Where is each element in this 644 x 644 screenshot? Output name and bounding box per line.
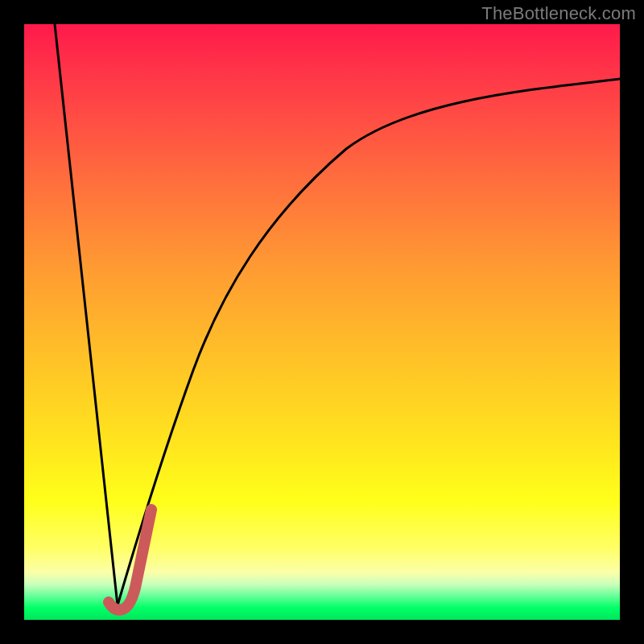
- curve-overlay: [24, 24, 620, 620]
- rising-curve: [118, 79, 620, 605]
- attribution-text: TheBottleneck.com: [481, 3, 636, 24]
- chart-frame: TheBottleneck.com: [0, 0, 644, 644]
- left-falling-line: [55, 24, 118, 605]
- plot-area: [24, 24, 620, 620]
